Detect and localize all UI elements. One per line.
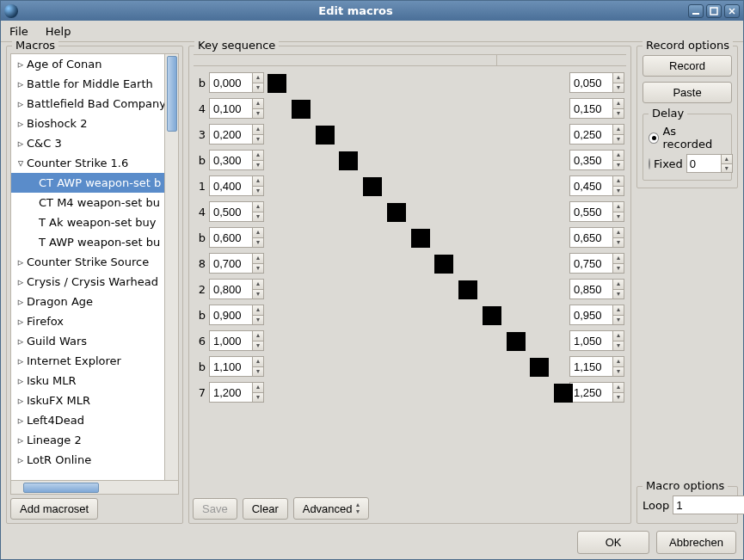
minimize-button[interactable] (688, 4, 704, 18)
start-time-spinner-input[interactable] (209, 330, 252, 351)
sequence-bar[interactable] (292, 100, 311, 119)
end-time-spinner[interactable]: ▴▾ (569, 356, 624, 377)
spin-down-icon[interactable]: ▾ (252, 186, 264, 197)
menu-file[interactable]: File (6, 23, 32, 40)
loop-spinner[interactable]: ▴▾ (673, 495, 744, 514)
end-time-spinner[interactable]: ▴▾ (569, 227, 624, 248)
chevron-right-icon[interactable]: ▹ (15, 315, 27, 328)
start-time-spinner[interactable]: ▴▾ (209, 98, 264, 119)
spin-down-icon[interactable]: ▾ (252, 366, 264, 378)
end-time-spinner[interactable]: ▴▾ (569, 72, 624, 93)
start-time-spinner-input[interactable] (209, 98, 252, 119)
sequence-bar[interactable] (363, 177, 382, 196)
spin-up-icon[interactable]: ▴ (612, 330, 624, 341)
spin-up-icon[interactable]: ▴ (252, 356, 264, 366)
spin-up-icon[interactable]: ▴ (252, 253, 264, 263)
chevron-right-icon[interactable]: ▹ (15, 335, 27, 348)
end-time-spinner-input[interactable] (569, 98, 612, 119)
tree-item[interactable]: ▹Dragon Age (11, 292, 178, 311)
delay-fixed-radio[interactable]: Fixed ▴▾ (649, 152, 726, 175)
start-time-spinner-input[interactable] (209, 356, 252, 377)
close-button[interactable] (724, 4, 740, 18)
ok-button[interactable]: OK (577, 531, 649, 554)
sequence-bar-track[interactable] (267, 98, 566, 119)
add-macroset-button[interactable]: Add macroset (10, 498, 98, 520)
spin-down-icon[interactable]: ▾ (252, 83, 264, 94)
sequence-bar-track[interactable] (267, 305, 566, 325)
titlebar[interactable]: Edit macros (1, 1, 743, 21)
start-time-spinner[interactable]: ▴▾ (209, 150, 264, 170)
spin-up-icon[interactable]: ▴ (612, 356, 624, 366)
spin-up-icon[interactable]: ▴ (612, 175, 624, 186)
end-time-spinner[interactable]: ▴▾ (569, 175, 624, 196)
spin-up-icon[interactable]: ▴ (612, 98, 624, 108)
spin-up-icon[interactable]: ▴ (252, 279, 264, 289)
spin-down-icon[interactable]: ▾ (252, 315, 264, 326)
tree-item[interactable]: ▹Battlefield Bad Company (11, 94, 178, 114)
tree-child-item[interactable]: CT AWP weapon-set b (11, 173, 178, 193)
spin-down-icon[interactable]: ▾ (612, 83, 624, 94)
sequence-bar[interactable] (483, 306, 501, 325)
record-button[interactable]: Record (643, 55, 732, 77)
spin-down-icon[interactable]: ▾ (612, 160, 624, 171)
spin-down-icon[interactable]: ▾ (252, 212, 264, 223)
chevron-right-icon[interactable]: ▹ (15, 453, 27, 466)
clear-button[interactable]: Clear (243, 498, 288, 520)
tree-item[interactable]: ▿Counter Strike 1.6 (11, 153, 178, 173)
maximize-button[interactable] (706, 4, 722, 18)
sequence-bar-track[interactable] (267, 330, 566, 351)
spin-down-icon[interactable]: ▾ (252, 160, 264, 171)
end-time-spinner-input[interactable] (569, 175, 612, 196)
tree-item[interactable]: ▹LotR Online (11, 450, 178, 470)
tree-horizontal-scrollbar[interactable] (11, 480, 178, 494)
tree-item[interactable]: ▹Age of Conan (11, 54, 178, 74)
sequence-bar-track[interactable] (267, 253, 566, 274)
tree-item[interactable]: ▹Guild Wars (11, 331, 178, 351)
tree-item[interactable]: ▹Counter Strike Source (11, 252, 178, 272)
spin-up-icon[interactable]: ▴ (612, 124, 624, 134)
advanced-button[interactable]: Advanced ▴▾ (293, 497, 369, 520)
scrollbar-thumb[interactable] (167, 56, 177, 132)
spin-down-icon[interactable]: ▾ (612, 289, 624, 300)
end-time-spinner-input[interactable] (569, 201, 612, 222)
end-time-spinner[interactable]: ▴▾ (569, 382, 624, 403)
sequence-bar-track[interactable] (267, 124, 566, 145)
chevron-right-icon[interactable]: ▹ (15, 97, 27, 110)
spin-down-icon[interactable]: ▾ (612, 263, 624, 274)
cancel-button[interactable]: Abbrechen (656, 531, 736, 554)
sequence-bar[interactable] (530, 358, 549, 377)
spin-up-icon[interactable]: ▴ (252, 227, 264, 237)
chevron-right-icon[interactable]: ▹ (15, 394, 27, 407)
chevron-right-icon[interactable]: ▹ (15, 255, 27, 268)
end-time-spinner[interactable]: ▴▾ (569, 305, 624, 325)
start-time-spinner-input[interactable] (209, 253, 252, 274)
end-time-spinner-input[interactable] (569, 330, 612, 351)
spin-down-icon[interactable]: ▾ (252, 237, 264, 249)
end-time-spinner[interactable]: ▴▾ (569, 124, 624, 145)
spin-up-icon[interactable]: ▴ (252, 150, 264, 160)
sequence-bar-track[interactable] (267, 227, 566, 248)
tree-item[interactable]: ▹Bioshock 2 (11, 114, 178, 133)
start-time-spinner[interactable]: ▴▾ (209, 227, 264, 248)
spin-up-icon[interactable]: ▴ (612, 382, 624, 392)
chevron-right-icon[interactable]: ▹ (15, 137, 27, 150)
start-time-spinner-input[interactable] (209, 175, 252, 196)
sequence-bar[interactable] (316, 126, 335, 145)
sequence-bar-track[interactable] (267, 72, 566, 93)
spin-down-icon[interactable]: ▾ (721, 163, 733, 174)
end-time-spinner[interactable]: ▴▾ (569, 330, 624, 351)
start-time-spinner[interactable]: ▴▾ (209, 279, 264, 299)
spin-down-icon[interactable]: ▾ (612, 315, 624, 326)
sequence-bar[interactable] (387, 203, 406, 222)
chevron-right-icon[interactable]: ▹ (15, 295, 27, 308)
start-time-spinner[interactable]: ▴▾ (209, 175, 264, 196)
tree-item[interactable]: ▹Crysis / Crysis Warhead (11, 272, 178, 292)
sequence-bar-track[interactable] (267, 175, 566, 196)
spin-down-icon[interactable]: ▾ (252, 392, 264, 403)
spin-down-icon[interactable]: ▾ (612, 237, 624, 249)
tree-item[interactable]: ▹C&C 3 (11, 133, 178, 153)
chevron-right-icon[interactable]: ▹ (15, 354, 27, 367)
chevron-right-icon[interactable]: ▹ (15, 434, 27, 446)
spin-up-icon[interactable]: ▴ (721, 154, 733, 163)
end-time-spinner-input[interactable] (569, 305, 612, 325)
